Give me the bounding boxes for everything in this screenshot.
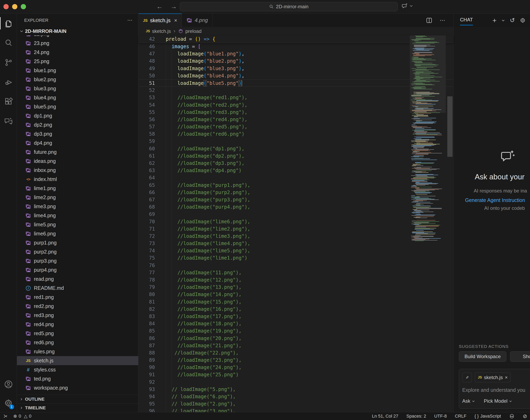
breadcrumb-file[interactable]: sketch.js [152, 28, 171, 34]
code-line-72[interactable]: 72 //loadImage("lime3.png"), [139, 233, 453, 240]
gear-icon[interactable] [520, 17, 526, 23]
remote-indicator-icon[interactable] [3, 414, 8, 419]
file-item-dp1.png[interactable]: dp1.png [17, 111, 138, 120]
activity-source-control[interactable] [0, 53, 17, 72]
code-line-85[interactable]: 85 //loadImage("19.png"), [139, 327, 453, 335]
code-line-92[interactable]: 92 [139, 378, 453, 386]
code-line-70[interactable]: 70 //loadImage("lime6.png"), [139, 218, 453, 225]
file-item-25.png[interactable]: 25.png [17, 57, 138, 66]
code-line-66[interactable]: 66 //loadImage("purp2.png"), [139, 189, 453, 196]
code-line-90[interactable]: 90 //loadImage("24.png"), [139, 364, 453, 371]
file-item-lime3.png[interactable]: lime3.png [17, 202, 138, 211]
code-line-65[interactable]: 65 //loadImage("purp1.png"), [139, 182, 453, 189]
file-item-red2.png[interactable]: red2.png [17, 302, 138, 311]
outline-section[interactable]: OUTLINE [17, 395, 138, 404]
tab-sketch-js[interactable]: JS sketch.js × [139, 14, 182, 27]
explorer-more-actions[interactable]: ⋯ [127, 17, 132, 23]
chat-tab[interactable]: CHAT [460, 17, 473, 24]
file-item-red1.png[interactable]: red1.png [17, 293, 138, 302]
file-item-24.png[interactable]: 24.png [17, 48, 138, 57]
code-line-56[interactable]: 56 //loadImage("red4.png"), [139, 116, 453, 123]
code-line-69[interactable]: 69 [139, 210, 453, 218]
file-item-styles.css[interactable]: #styles.css [17, 365, 138, 374]
close-tab-icon[interactable]: × [174, 17, 177, 24]
code-line-76[interactable]: 76 [139, 262, 453, 269]
activity-chat[interactable] [0, 111, 17, 131]
chat-history-icon[interactable]: ↺ [510, 17, 515, 24]
chevron-down-icon[interactable] [501, 18, 505, 22]
activity-accounts[interactable] [0, 375, 17, 394]
file-item-dp4.png[interactable]: dp4.png [17, 139, 138, 148]
model-picker-dropdown[interactable]: Pick Model [484, 398, 512, 404]
build-workspace-button[interactable]: Build Workspace [459, 351, 506, 362]
encoding[interactable]: UTF-8 [434, 414, 447, 419]
code-line-78[interactable]: 78 //loadImage("12.png"), [139, 276, 453, 283]
code-line-79[interactable]: 79 //loadImage("13.png"), [139, 283, 453, 291]
code-line-48[interactable]: 48 loadImage("blue2.png"), [139, 57, 453, 65]
zoom-window-button[interactable] [21, 4, 26, 9]
file-item-ted.png[interactable]: ted.png [17, 374, 138, 383]
minimap-slider[interactable] [410, 35, 446, 113]
file-item-red5.png[interactable]: red5.png [17, 329, 138, 338]
file-item-red6.png[interactable]: red6.png [17, 338, 138, 347]
cursor-position[interactable]: Ln 51, Col 27 [372, 414, 398, 419]
editor-more-actions-icon[interactable]: ⋯ [440, 17, 445, 24]
code-line-94[interactable]: 94 // loadImage("6.png"), [139, 393, 453, 400]
file-item-purp4.png[interactable]: purp4.png [17, 266, 138, 275]
code-line-51[interactable]: 51 loadImage("blue5.png") [139, 79, 453, 87]
file-item-lime4.png[interactable]: lime4.png [17, 211, 138, 220]
close-window-button[interactable] [3, 4, 9, 9]
breadcrumb[interactable]: JS sketch.js preload [139, 27, 453, 35]
code-line-60[interactable]: 60 //loadImage("dp1.png"), [139, 145, 453, 152]
file-item-dp3.png[interactable]: dp3.png [17, 129, 138, 139]
activity-extensions[interactable] [0, 92, 17, 111]
file-item-lime1.png[interactable]: lime1.png [17, 184, 138, 193]
file-item-blue5.png[interactable]: blue5.png [17, 102, 138, 111]
file-item-lime2.png[interactable]: lime2.png [17, 193, 138, 202]
file-item-red4.png[interactable]: red4.png [17, 320, 138, 329]
activity-settings[interactable]: 1 [0, 394, 17, 412]
minimize-window-button[interactable] [12, 4, 17, 9]
code-line-74[interactable]: 74 //loadImage("lime5.png"), [139, 247, 453, 254]
code-line-83[interactable]: 83 //loadImage("17.png"), [139, 313, 453, 320]
chat-placeholder[interactable]: Explore and understand you [462, 387, 530, 393]
code-line-88[interactable]: 88 //loadImage("22.png"), [139, 349, 453, 357]
problems-status[interactable]: ⊗0 △0 [13, 414, 31, 419]
file-item-blue2.png[interactable]: blue2.png [17, 75, 138, 84]
code-line-49[interactable]: 49 loadImage("blue3.png"), [139, 65, 453, 72]
eol-sequence[interactable]: CRLF [455, 414, 466, 419]
file-item-dp2.png[interactable]: dp2.png [17, 120, 138, 129]
file-item-README.md[interactable]: iREADME.md [17, 283, 138, 293]
sticky-scroll-line[interactable]: 42preload = () => { [139, 35, 453, 43]
code-line-46[interactable]: 46 images = [ [139, 43, 453, 50]
file-item-index.html[interactable]: <>index.html [17, 175, 138, 184]
file-item-purp2.png[interactable]: purp2.png [17, 247, 138, 256]
file-item-lime6.png[interactable]: lime6.png [17, 229, 138, 238]
activity-run-debug[interactable] [0, 72, 17, 92]
file-item-purp3.png[interactable]: purp3.png [17, 256, 138, 266]
code-line-54[interactable]: 54 //loadImage("red2.png"), [139, 101, 453, 109]
file-item-blue4.png[interactable]: blue4.png [17, 93, 138, 102]
file-item-blue3.png[interactable]: blue3.png [17, 84, 138, 93]
file-item-purp1.png[interactable]: purp1.png [17, 238, 138, 247]
code-line-84[interactable]: 84 //loadImage("18.png"), [139, 320, 453, 327]
code-line-62[interactable]: 62 //loadImage("dp3.png"), [139, 160, 453, 167]
command-center-search[interactable]: 2D-mirror-main [180, 2, 398, 11]
code-line-47[interactable]: 47 loadImage("blue1.png"), [139, 50, 453, 57]
code-line-80[interactable]: 80 //loadImage("14.png"), [139, 291, 453, 298]
copilot-menu-button[interactable] [401, 2, 413, 9]
chat-input-box[interactable]: JS sketch.js × Explore and understand yo… [459, 369, 530, 409]
navigate-forward-icon[interactable]: → [170, 2, 177, 11]
editor-scrollbar[interactable] [447, 96, 453, 157]
chat-mode-dropdown[interactable]: Ask [462, 398, 475, 404]
file-item-rules.png[interactable]: rules.png [17, 347, 138, 356]
code-line-81[interactable]: 81 //loadImage("15.png"), [139, 298, 453, 306]
code-line-63[interactable]: 63 //loadImage("dp4.png") [139, 167, 453, 174]
code-line-55[interactable]: 55 //loadImage("red3.png"), [139, 109, 453, 116]
code-area[interactable]: 46 images = [47 loadImage("blue1.png"),4… [139, 43, 453, 412]
code-line-73[interactable]: 73 //loadImage("lime4.png"), [139, 240, 453, 247]
file-item-ideas.png[interactable]: ideas.png [17, 157, 138, 166]
remove-attachment-icon[interactable]: × [505, 375, 508, 380]
code-line-67[interactable]: 67 //loadImage("purp3.png"), [139, 196, 453, 203]
code-line-57[interactable]: 57 //loadImage("red5.png"), [139, 123, 453, 130]
